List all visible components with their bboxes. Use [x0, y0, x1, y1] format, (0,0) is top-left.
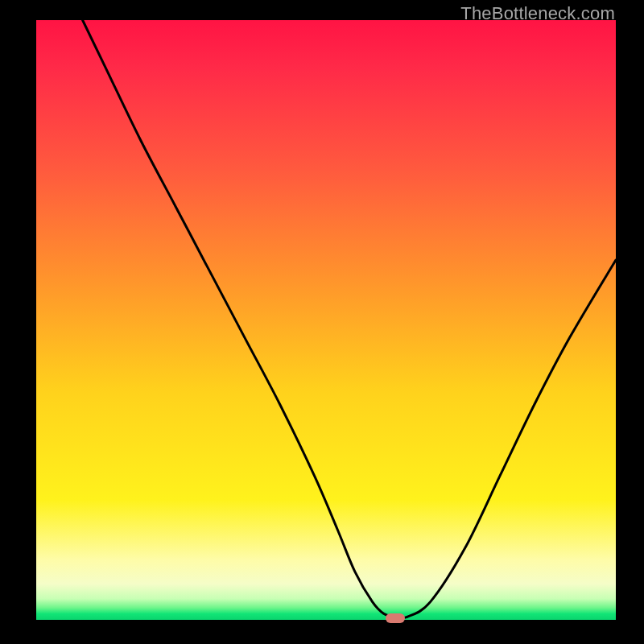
plot-area [36, 20, 616, 620]
curve-path [83, 20, 616, 618]
bottleneck-curve [36, 20, 616, 620]
chart-frame: TheBottleneck.com [0, 0, 644, 644]
optimal-marker [386, 613, 405, 623]
